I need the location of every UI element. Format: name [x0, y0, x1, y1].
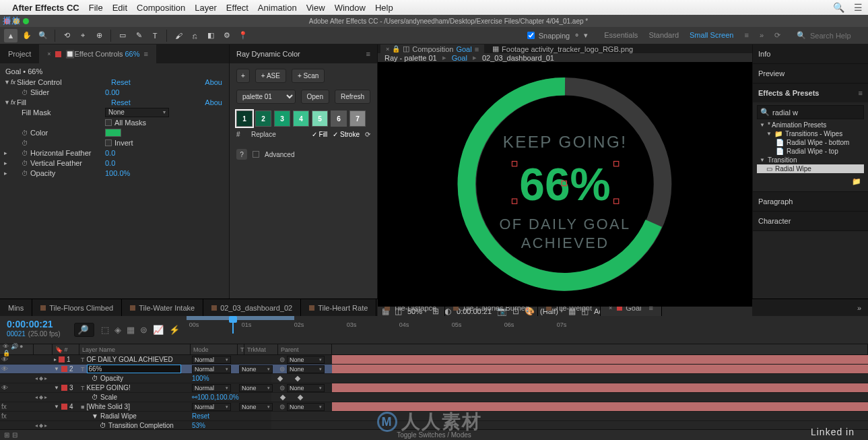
trkmat-dropdown[interactable]: None — [239, 403, 273, 411]
stopwatch-icon[interactable]: ⏱ — [22, 129, 28, 137]
opacity-value[interactable]: 100.0% — [105, 169, 130, 177]
advanced-checkbox[interactable] — [253, 151, 259, 158]
mode-dropdown[interactable]: Normal — [192, 365, 231, 373]
stroke-toggle[interactable]: Stroke — [340, 131, 360, 138]
graph-icon[interactable]: 📈 — [153, 325, 164, 335]
about-link[interactable]: Abou — [205, 98, 225, 106]
scan-button[interactable]: + Scan — [292, 69, 325, 83]
workspace-overflow-icon[interactable]: » — [760, 31, 764, 40]
reset-button[interactable]: Reset — [111, 78, 131, 86]
tab-composition-goal[interactable]: × 🔒 ◫ Composition Goal ≡ — [380, 44, 484, 53]
pickwhip-icon[interactable]: ⊚ — [279, 356, 285, 363]
panel-preview[interactable]: Preview — [753, 64, 868, 83]
camera-tool[interactable]: ⌖ — [76, 29, 90, 42]
help-button[interactable]: ? — [236, 149, 247, 160]
tree-radial-wipe[interactable]: Radial Wipe — [775, 165, 811, 172]
tree-radial-wipe-top[interactable]: Radial Wipe - top — [787, 148, 838, 155]
close-icon[interactable]: × — [386, 46, 389, 53]
fx-slider-control[interactable]: Slider Control — [17, 78, 111, 86]
panel-paragraph[interactable]: Paragraph — [753, 192, 868, 211]
panel-character[interactable]: Character — [753, 212, 868, 230]
list-icon[interactable]: ☰ — [854, 2, 863, 13]
rotate-tool[interactable]: ⟲ — [60, 29, 73, 42]
motion-blur-icon[interactable]: ⊚ — [140, 325, 147, 335]
roto-tool[interactable]: ⚙ — [220, 29, 234, 42]
snap-options-icon[interactable]: ⚬ — [574, 31, 580, 40]
open-button[interactable]: Open — [301, 90, 329, 104]
prop-opacity[interactable]: ◂ ◆ ▸ ⏱Opacity 100% — [0, 374, 868, 383]
swatch-5[interactable]: 5 — [312, 111, 328, 127]
collapse-icon[interactable]: ⊟ — [12, 431, 18, 439]
workspace-essentials[interactable]: Essentials — [604, 31, 638, 40]
sync-icon[interactable]: ⟳ — [774, 31, 780, 40]
menu-view[interactable]: View — [306, 3, 325, 13]
tab-heart[interactable]: Tile-Heart Rate — [301, 299, 376, 316]
mode-dropdown[interactable]: Normal — [192, 403, 231, 411]
fill-mask-dropdown[interactable]: None — [105, 108, 169, 117]
rect-tool[interactable]: ▭ — [116, 29, 129, 42]
tab-mins[interactable]: Mins — [0, 299, 32, 316]
stopwatch-icon[interactable]: ⏱ — [22, 170, 28, 177]
slider-value[interactable]: 0.00 — [105, 88, 119, 96]
menu-composition[interactable]: Composition — [137, 3, 185, 13]
panel-effects-presets[interactable]: Effects & Presets≡ — [753, 84, 868, 102]
scale-value[interactable]: 100.0,100.0% — [197, 394, 239, 401]
effects-search-input[interactable] — [772, 108, 865, 117]
crumb-goal[interactable]: Goal — [452, 54, 467, 62]
panel-menu-icon[interactable]: ≡ — [144, 50, 148, 58]
invert-checkbox[interactable] — [105, 139, 112, 146]
brush-tool[interactable]: 🖌 — [172, 29, 185, 42]
expand-icon[interactable]: ⊞ — [4, 431, 9, 439]
mode-dropdown[interactable]: Normal — [192, 356, 231, 364]
layer-row-3[interactable]: 👁 ▼3 TKEEP GOING! Normal None ⊚None — [0, 383, 868, 393]
layer-row-1[interactable]: 👁 ▸1 TOF DAILY GOAL ACHIEVED Normal ⊚Non… — [0, 355, 868, 365]
text-tool[interactable]: T — [148, 29, 162, 42]
about-link[interactable]: Abou — [205, 78, 225, 86]
parent-dropdown[interactable]: None — [287, 356, 325, 364]
panel-menu-icon[interactable]: ≡ — [366, 50, 370, 58]
swatch-2[interactable]: 2 — [255, 111, 271, 127]
swatch-1[interactable]: 1 — [236, 111, 253, 127]
menu-effect[interactable]: Effect — [226, 3, 248, 13]
workspace-small-screen[interactable]: Small Screen — [690, 31, 733, 40]
tc-value[interactable]: 53% — [191, 421, 271, 429]
shy-icon[interactable]: ⬚ — [101, 325, 109, 335]
pickwhip-icon[interactable]: ⊚ — [279, 403, 285, 410]
hfeather-value[interactable]: 0.0 — [105, 149, 115, 157]
stopwatch-icon[interactable]: ⏱ — [92, 394, 98, 401]
pickwhip-icon[interactable]: ⊚ — [279, 384, 285, 391]
viewer-canvas[interactable]: KEEP GOING! 66% OF DAILY GOAL ACHIEVED — [378, 62, 752, 307]
pickwhip-icon[interactable]: ⊚ — [279, 365, 285, 373]
menu-animation[interactable]: Animation — [258, 3, 297, 13]
trkmat-dropdown[interactable]: None — [239, 365, 273, 373]
tree-radial-wipe-bottom[interactable]: Radial Wipe - bottom — [787, 139, 849, 146]
timeline-search[interactable] — [74, 323, 94, 337]
menu-layer[interactable]: Layer — [195, 3, 217, 13]
current-time[interactable]: 0:00:00:21 — [7, 319, 61, 329]
pan-behind-tool[interactable]: ⊕ — [92, 29, 106, 42]
hand-tool[interactable]: ✋ — [20, 29, 34, 42]
workspace-menu-icon[interactable]: ≡ — [744, 31, 748, 40]
panel-info[interactable]: Info — [753, 44, 868, 63]
menu-help[interactable]: Help — [375, 3, 393, 13]
link-icon[interactable]: ⚯ — [192, 394, 197, 401]
color-swatch[interactable] — [105, 129, 121, 137]
swatch-7[interactable]: 7 — [349, 111, 366, 127]
tree-transition[interactable]: Transition — [768, 156, 797, 164]
fill-toggle[interactable]: Fill — [319, 131, 328, 138]
pen-tool[interactable]: ✎ — [132, 29, 145, 42]
palette-select[interactable]: palette 01 — [236, 90, 296, 104]
swatch-3[interactable]: 3 — [274, 111, 290, 127]
menu-window[interactable]: Window — [335, 3, 366, 13]
tab-project[interactable]: Project — [0, 44, 39, 63]
tree-animation-presets[interactable]: * Animation Presets — [768, 121, 826, 129]
stopwatch-icon[interactable]: ⏱ — [22, 89, 28, 96]
tab-floors[interactable]: Tile-Floors Climbed — [32, 299, 122, 316]
stopwatch-icon[interactable]: ⏱ — [22, 150, 28, 157]
layer-link[interactable]: 66% — [125, 50, 139, 58]
tab-dashboard[interactable]: 02_03_dashboard_02 — [203, 299, 301, 316]
fx-fill[interactable]: Fill — [17, 98, 111, 106]
stopwatch-icon[interactable]: ⏱ — [100, 422, 106, 429]
lock-icon[interactable]: 🔒 — [392, 45, 400, 53]
eraser-tool[interactable]: ◧ — [204, 29, 218, 42]
